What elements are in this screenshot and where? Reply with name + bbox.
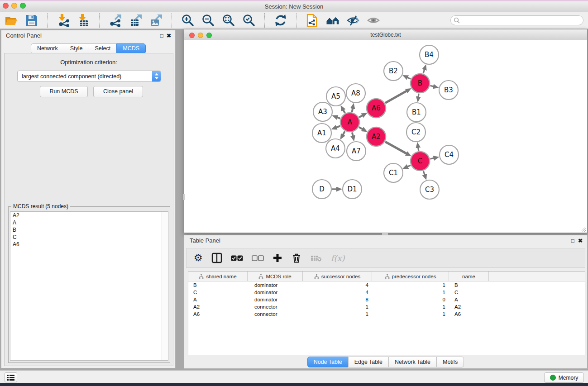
minimize-network-button[interactable] [198,33,203,38]
select-all-checkboxes-icon[interactable] [231,255,243,261]
table-row[interactable]: Adominator80A [188,296,585,303]
graph-edge-C-C3[interactable] [423,171,425,175]
splitter-handle-vertical[interactable] [183,194,185,200]
close-panel-icon[interactable]: ✖ [167,32,171,39]
graph-node-A1[interactable]: A1 [312,124,331,143]
zoom-out-icon[interactable] [201,14,215,27]
show-tasks-button[interactable] [5,372,17,382]
graph-edge-A-A8[interactable] [352,108,353,112]
column-header-predecessor-nodes[interactable]: predecessor nodes [372,272,449,281]
zoom-in-icon[interactable] [181,14,195,27]
memory-button[interactable]: Memory [544,372,584,383]
graph-edge-A-A1[interactable] [336,126,340,127]
mcds-result-item[interactable]: A2 [10,212,168,219]
graph-edge-A2-C[interactable] [385,142,406,153]
graph-node-B1[interactable]: B1 [407,103,426,122]
graph-edge-A6-B[interactable] [385,91,406,103]
tab-mcds[interactable]: MCDS [116,43,146,54]
graph-node-A5[interactable]: A5 [326,87,345,106]
graph-edge-B-B3[interactable] [430,86,434,86]
table-row[interactable]: A6connector11A6 [188,310,585,318]
graph-node-A2[interactable]: A2 [367,127,386,146]
graph-edge-B-B2[interactable] [407,77,411,79]
export-network-icon[interactable] [109,14,122,27]
graph-edge-A-A4[interactable] [343,131,345,135]
import-network-icon[interactable] [57,14,70,27]
open-session-icon[interactable] [5,14,18,27]
mcds-result-item[interactable]: C [10,234,168,241]
list-scrollbar[interactable] [162,212,168,360]
graph-node-A4[interactable]: A4 [326,139,345,158]
home-icon[interactable] [326,14,339,27]
function-builder-icon[interactable]: f(x) [331,253,345,263]
graph-node-D[interactable]: D [312,180,331,199]
network-canvas[interactable]: B4B2BB3A5A8A6B1A3AC2A1A2A4A7C4CC1C3DD1 [184,40,587,233]
column-header-successor-nodes[interactable]: successor nodes [303,272,372,281]
tab-network-table[interactable]: Network Table [388,357,437,367]
close-table-panel-icon[interactable]: ✖ [578,237,583,244]
delete-column-icon[interactable] [291,253,302,263]
tab-style[interactable]: Style [64,43,89,54]
column-header-MCDS-role[interactable]: MCDS role [248,272,303,281]
graph-node-C4[interactable]: C4 [440,145,459,164]
export-image-icon[interactable] [149,14,163,27]
mcds-result-item[interactable]: A6 [10,241,168,248]
hide-details-icon[interactable] [346,14,360,27]
close-network-button[interactable] [189,33,195,38]
graph-edge-C-C4[interactable] [430,158,434,159]
table-row[interactable]: Cdominator41C [188,289,585,296]
graph-edge-A-A7[interactable] [352,133,353,136]
run-mcds-button[interactable]: Run MCDS [40,86,88,97]
graph-edge-B-B1[interactable] [418,94,419,97]
graph-node-A8[interactable]: A8 [346,84,365,103]
graph-node-C2[interactable]: C2 [406,123,425,142]
tab-network[interactable]: Network [31,43,64,54]
maximize-network-button[interactable] [206,33,212,38]
add-column-icon[interactable] [272,253,282,263]
table-row[interactable]: A2connector11A2 [188,303,585,310]
new-network-from-file-icon[interactable] [306,14,319,27]
save-session-icon[interactable] [25,14,38,27]
table-settings-icon[interactable]: ⚙ [194,253,203,263]
graph-node-C1[interactable]: C1 [384,163,403,182]
graph-edge-A-A5[interactable] [343,110,345,113]
graph-edge-B-B4[interactable] [423,69,425,73]
graph-edge-A-A2[interactable] [359,127,363,129]
graph-node-B4[interactable]: B4 [420,45,439,64]
graph-node-C3[interactable]: C3 [420,180,439,199]
import-table-icon[interactable] [77,14,91,27]
export-table-icon[interactable] [129,14,143,27]
resize-grip-icon[interactable] [580,226,586,232]
deselect-all-checkboxes-icon[interactable] [252,255,264,261]
graph-edge-A-A6[interactable] [359,115,363,117]
column-header-name[interactable]: name [449,272,489,281]
tab-edge-table[interactable]: Edge Table [348,357,389,367]
graph-node-B2[interactable]: B2 [384,62,403,81]
refresh-icon[interactable] [274,14,287,27]
graph-edge-C-C2[interactable] [418,148,419,151]
graph-node-B3[interactable]: B3 [439,81,458,100]
tab-select[interactable]: Select [89,43,117,54]
zoom-fit-icon[interactable] [222,14,235,27]
show-details-icon[interactable] [367,14,380,27]
close-panel-button[interactable]: Close panel [93,86,143,97]
column-header-shared-name[interactable]: shared name [188,272,248,281]
show-column-icon[interactable] [211,253,222,263]
tab-motifs[interactable]: Motifs [436,357,464,367]
tab-node-table[interactable]: Node Table [307,357,349,367]
graph-node-D1[interactable]: D1 [343,180,362,199]
graph-edge-A-A3[interactable] [337,117,340,119]
graph-node-A7[interactable]: A7 [347,142,366,161]
search-input[interactable] [450,15,583,25]
mcds-result-item[interactable]: B [10,226,168,234]
graph-node-A[interactable]: A [340,113,359,132]
graph-edge-C-C1[interactable] [407,165,411,167]
graph-node-C[interactable]: C [411,152,430,171]
criterion-dropdown[interactable]: largest connected component (directed) [17,71,161,82]
delete-table-icon[interactable] [311,254,322,262]
zoom-selected-icon[interactable] [242,14,256,27]
table-row[interactable]: Bdominator41B [188,281,585,289]
mcds-result-item[interactable]: A [10,219,168,226]
graph-node-B[interactable]: B [411,74,430,93]
graph-node-A3[interactable]: A3 [313,102,332,121]
